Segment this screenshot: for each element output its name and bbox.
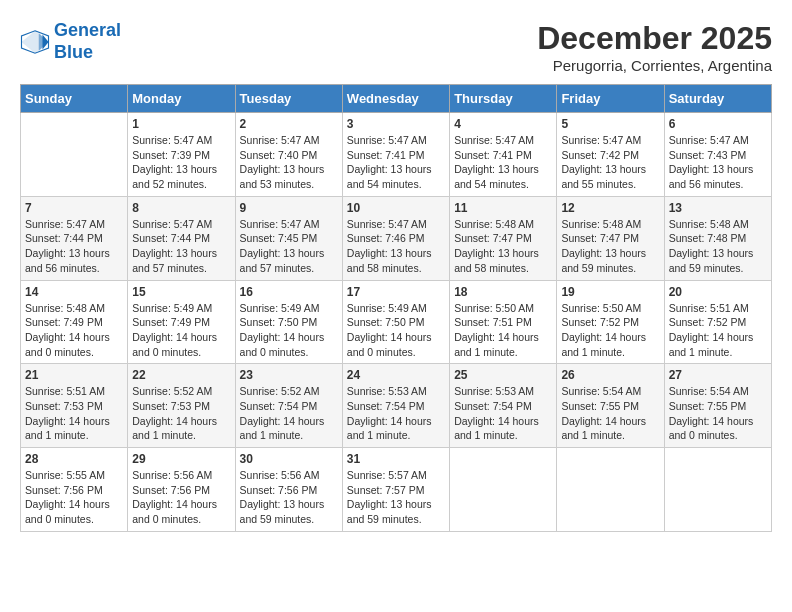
day-number: 9 <box>240 201 338 215</box>
day-info: Sunrise: 5:47 AM Sunset: 7:40 PM Dayligh… <box>240 133 338 192</box>
calendar-cell: 9Sunrise: 5:47 AM Sunset: 7:45 PM Daylig… <box>235 196 342 280</box>
weekday-header-tuesday: Tuesday <box>235 85 342 113</box>
day-info: Sunrise: 5:47 AM Sunset: 7:42 PM Dayligh… <box>561 133 659 192</box>
day-number: 24 <box>347 368 445 382</box>
day-info: Sunrise: 5:49 AM Sunset: 7:50 PM Dayligh… <box>347 301 445 360</box>
day-info: Sunrise: 5:54 AM Sunset: 7:55 PM Dayligh… <box>669 384 767 443</box>
calendar-cell: 3Sunrise: 5:47 AM Sunset: 7:41 PM Daylig… <box>342 113 449 197</box>
calendar-cell: 2Sunrise: 5:47 AM Sunset: 7:40 PM Daylig… <box>235 113 342 197</box>
logo-icon <box>20 27 50 57</box>
calendar-cell: 25Sunrise: 5:53 AM Sunset: 7:54 PM Dayli… <box>450 364 557 448</box>
calendar-cell: 24Sunrise: 5:53 AM Sunset: 7:54 PM Dayli… <box>342 364 449 448</box>
day-info: Sunrise: 5:56 AM Sunset: 7:56 PM Dayligh… <box>132 468 230 527</box>
calendar-cell: 28Sunrise: 5:55 AM Sunset: 7:56 PM Dayli… <box>21 448 128 532</box>
day-number: 8 <box>132 201 230 215</box>
day-info: Sunrise: 5:49 AM Sunset: 7:49 PM Dayligh… <box>132 301 230 360</box>
calendar-table: SundayMondayTuesdayWednesdayThursdayFrid… <box>20 84 772 532</box>
calendar-cell: 16Sunrise: 5:49 AM Sunset: 7:50 PM Dayli… <box>235 280 342 364</box>
day-info: Sunrise: 5:47 AM Sunset: 7:44 PM Dayligh… <box>132 217 230 276</box>
day-info: Sunrise: 5:48 AM Sunset: 7:49 PM Dayligh… <box>25 301 123 360</box>
calendar-cell: 20Sunrise: 5:51 AM Sunset: 7:52 PM Dayli… <box>664 280 771 364</box>
day-info: Sunrise: 5:48 AM Sunset: 7:48 PM Dayligh… <box>669 217 767 276</box>
page-subtitle: Perugorria, Corrientes, Argentina <box>537 57 772 74</box>
day-number: 22 <box>132 368 230 382</box>
calendar-cell: 4Sunrise: 5:47 AM Sunset: 7:41 PM Daylig… <box>450 113 557 197</box>
day-info: Sunrise: 5:50 AM Sunset: 7:51 PM Dayligh… <box>454 301 552 360</box>
day-info: Sunrise: 5:51 AM Sunset: 7:53 PM Dayligh… <box>25 384 123 443</box>
day-number: 16 <box>240 285 338 299</box>
page-header: General Blue December 2025 Perugorria, C… <box>20 20 772 74</box>
logo: General Blue <box>20 20 121 63</box>
day-number: 31 <box>347 452 445 466</box>
calendar-cell: 17Sunrise: 5:49 AM Sunset: 7:50 PM Dayli… <box>342 280 449 364</box>
day-number: 5 <box>561 117 659 131</box>
day-info: Sunrise: 5:53 AM Sunset: 7:54 PM Dayligh… <box>347 384 445 443</box>
logo-text: General Blue <box>54 20 121 63</box>
day-info: Sunrise: 5:47 AM Sunset: 7:46 PM Dayligh… <box>347 217 445 276</box>
calendar-cell: 8Sunrise: 5:47 AM Sunset: 7:44 PM Daylig… <box>128 196 235 280</box>
title-block: December 2025 Perugorria, Corrientes, Ar… <box>537 20 772 74</box>
calendar-cell: 23Sunrise: 5:52 AM Sunset: 7:54 PM Dayli… <box>235 364 342 448</box>
day-info: Sunrise: 5:53 AM Sunset: 7:54 PM Dayligh… <box>454 384 552 443</box>
calendar-cell: 22Sunrise: 5:52 AM Sunset: 7:53 PM Dayli… <box>128 364 235 448</box>
calendar-cell: 19Sunrise: 5:50 AM Sunset: 7:52 PM Dayli… <box>557 280 664 364</box>
day-number: 26 <box>561 368 659 382</box>
calendar-cell <box>664 448 771 532</box>
calendar-cell: 21Sunrise: 5:51 AM Sunset: 7:53 PM Dayli… <box>21 364 128 448</box>
day-info: Sunrise: 5:47 AM Sunset: 7:41 PM Dayligh… <box>454 133 552 192</box>
day-info: Sunrise: 5:55 AM Sunset: 7:56 PM Dayligh… <box>25 468 123 527</box>
calendar-cell: 29Sunrise: 5:56 AM Sunset: 7:56 PM Dayli… <box>128 448 235 532</box>
day-number: 6 <box>669 117 767 131</box>
calendar-cell: 12Sunrise: 5:48 AM Sunset: 7:47 PM Dayli… <box>557 196 664 280</box>
day-info: Sunrise: 5:54 AM Sunset: 7:55 PM Dayligh… <box>561 384 659 443</box>
calendar-cell <box>557 448 664 532</box>
weekday-header-thursday: Thursday <box>450 85 557 113</box>
day-info: Sunrise: 5:51 AM Sunset: 7:52 PM Dayligh… <box>669 301 767 360</box>
day-number: 10 <box>347 201 445 215</box>
day-info: Sunrise: 5:47 AM Sunset: 7:44 PM Dayligh… <box>25 217 123 276</box>
weekday-header-sunday: Sunday <box>21 85 128 113</box>
day-number: 30 <box>240 452 338 466</box>
calendar-cell: 27Sunrise: 5:54 AM Sunset: 7:55 PM Dayli… <box>664 364 771 448</box>
calendar-cell: 15Sunrise: 5:49 AM Sunset: 7:49 PM Dayli… <box>128 280 235 364</box>
day-number: 14 <box>25 285 123 299</box>
day-number: 1 <box>132 117 230 131</box>
day-number: 12 <box>561 201 659 215</box>
day-number: 29 <box>132 452 230 466</box>
day-info: Sunrise: 5:52 AM Sunset: 7:54 PM Dayligh… <box>240 384 338 443</box>
calendar-cell: 5Sunrise: 5:47 AM Sunset: 7:42 PM Daylig… <box>557 113 664 197</box>
day-number: 28 <box>25 452 123 466</box>
weekday-header-monday: Monday <box>128 85 235 113</box>
calendar-cell: 7Sunrise: 5:47 AM Sunset: 7:44 PM Daylig… <box>21 196 128 280</box>
day-number: 23 <box>240 368 338 382</box>
day-info: Sunrise: 5:48 AM Sunset: 7:47 PM Dayligh… <box>561 217 659 276</box>
day-info: Sunrise: 5:47 AM Sunset: 7:39 PM Dayligh… <box>132 133 230 192</box>
weekday-header-friday: Friday <box>557 85 664 113</box>
calendar-cell: 10Sunrise: 5:47 AM Sunset: 7:46 PM Dayli… <box>342 196 449 280</box>
calendar-cell: 6Sunrise: 5:47 AM Sunset: 7:43 PM Daylig… <box>664 113 771 197</box>
day-number: 19 <box>561 285 659 299</box>
day-info: Sunrise: 5:49 AM Sunset: 7:50 PM Dayligh… <box>240 301 338 360</box>
day-number: 3 <box>347 117 445 131</box>
day-number: 21 <box>25 368 123 382</box>
day-info: Sunrise: 5:57 AM Sunset: 7:57 PM Dayligh… <box>347 468 445 527</box>
day-number: 20 <box>669 285 767 299</box>
calendar-cell: 26Sunrise: 5:54 AM Sunset: 7:55 PM Dayli… <box>557 364 664 448</box>
calendar-cell: 13Sunrise: 5:48 AM Sunset: 7:48 PM Dayli… <box>664 196 771 280</box>
day-number: 2 <box>240 117 338 131</box>
day-number: 18 <box>454 285 552 299</box>
day-number: 25 <box>454 368 552 382</box>
weekday-header-wednesday: Wednesday <box>342 85 449 113</box>
page-title: December 2025 <box>537 20 772 57</box>
calendar-cell: 11Sunrise: 5:48 AM Sunset: 7:47 PM Dayli… <box>450 196 557 280</box>
day-info: Sunrise: 5:56 AM Sunset: 7:56 PM Dayligh… <box>240 468 338 527</box>
day-number: 4 <box>454 117 552 131</box>
calendar-cell: 1Sunrise: 5:47 AM Sunset: 7:39 PM Daylig… <box>128 113 235 197</box>
day-info: Sunrise: 5:48 AM Sunset: 7:47 PM Dayligh… <box>454 217 552 276</box>
calendar-cell: 18Sunrise: 5:50 AM Sunset: 7:51 PM Dayli… <box>450 280 557 364</box>
day-info: Sunrise: 5:47 AM Sunset: 7:41 PM Dayligh… <box>347 133 445 192</box>
day-number: 17 <box>347 285 445 299</box>
day-number: 13 <box>669 201 767 215</box>
weekday-header-saturday: Saturday <box>664 85 771 113</box>
day-info: Sunrise: 5:47 AM Sunset: 7:43 PM Dayligh… <box>669 133 767 192</box>
